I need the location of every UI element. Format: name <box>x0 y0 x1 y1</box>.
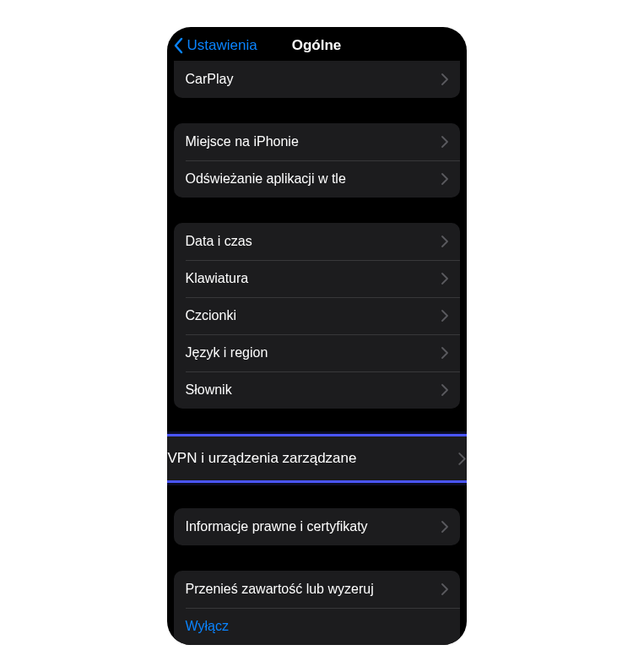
row-carplay[interactable]: CarPlay <box>174 61 460 98</box>
row-label: Informacje prawne i certyfikaty <box>186 519 368 534</box>
section-storage: Miejsce na iPhonie Odświeżanie aplikacji… <box>174 123 460 198</box>
chevron-right-icon <box>441 173 448 185</box>
row-date-time[interactable]: Data i czas <box>174 223 460 260</box>
highlight-wrapper: VPN i urządzenia zarządzane <box>167 434 467 483</box>
back-label: Ustawienia <box>187 37 257 54</box>
back-button[interactable]: Ustawienia <box>174 37 257 54</box>
chevron-right-icon <box>441 273 448 285</box>
row-iphone-storage[interactable]: Miejsce na iPhonie <box>174 123 460 160</box>
row-dictionary[interactable]: Słownik <box>174 371 460 409</box>
chevron-right-icon <box>441 521 448 533</box>
nav-bar: Ustawienia Ogólne <box>167 27 467 64</box>
chevron-right-icon <box>441 236 448 247</box>
row-label: Przenieś zawartość lub wyzeruj <box>186 582 374 597</box>
row-label: Odświeżanie aplikacji w tle <box>186 171 346 187</box>
row-legal-certificates[interactable]: Informacje prawne i certyfikaty <box>174 508 460 545</box>
phone-frame: Ustawienia Ogólne CarPlay Miejsce na iPh… <box>167 27 467 645</box>
chevron-right-icon <box>441 310 448 322</box>
row-label: VPN i urządzenia zarządzane <box>168 450 357 467</box>
row-label: Klawiatura <box>186 271 249 286</box>
chevron-right-icon <box>458 453 466 465</box>
chevron-right-icon <box>441 347 448 359</box>
chevron-left-icon <box>174 37 184 54</box>
section-reset: Przenieś zawartość lub wyzeruj Wyłącz <box>174 571 460 645</box>
section-carplay: CarPlay <box>174 61 460 98</box>
row-fonts[interactable]: Czcionki <box>174 297 460 334</box>
row-label: Słownik <box>186 382 232 398</box>
row-vpn-device-management[interactable]: VPN i urządzenia zarządzane <box>167 436 467 480</box>
row-label: Miejsce na iPhonie <box>186 134 299 149</box>
row-shutdown[interactable]: Wyłącz <box>174 608 460 645</box>
row-label: Język i region <box>186 345 268 360</box>
section-legal: Informacje prawne i certyfikaty <box>174 508 460 545</box>
row-language-region[interactable]: Język i region <box>174 334 460 371</box>
row-label: Wyłącz <box>186 619 229 634</box>
page-title: Ogólne <box>292 37 342 54</box>
chevron-right-icon <box>441 384 448 396</box>
section-vpn: VPN i urządzenia zarządzane <box>167 434 467 483</box>
row-label: Czcionki <box>186 308 236 323</box>
row-label: Data i czas <box>186 234 252 249</box>
row-transfer-reset[interactable]: Przenieś zawartość lub wyzeruj <box>174 571 460 608</box>
section-local: Data i czas Klawiatura Czcionki Język i … <box>174 223 460 409</box>
chevron-right-icon <box>441 73 448 85</box>
content-area: CarPlay Miejsce na iPhonie Odświeżanie a… <box>167 61 467 645</box>
chevron-right-icon <box>441 583 448 595</box>
row-keyboard[interactable]: Klawiatura <box>174 260 460 297</box>
row-label: CarPlay <box>186 72 234 87</box>
chevron-right-icon <box>441 136 448 148</box>
row-background-refresh[interactable]: Odświeżanie aplikacji w tle <box>174 160 460 198</box>
